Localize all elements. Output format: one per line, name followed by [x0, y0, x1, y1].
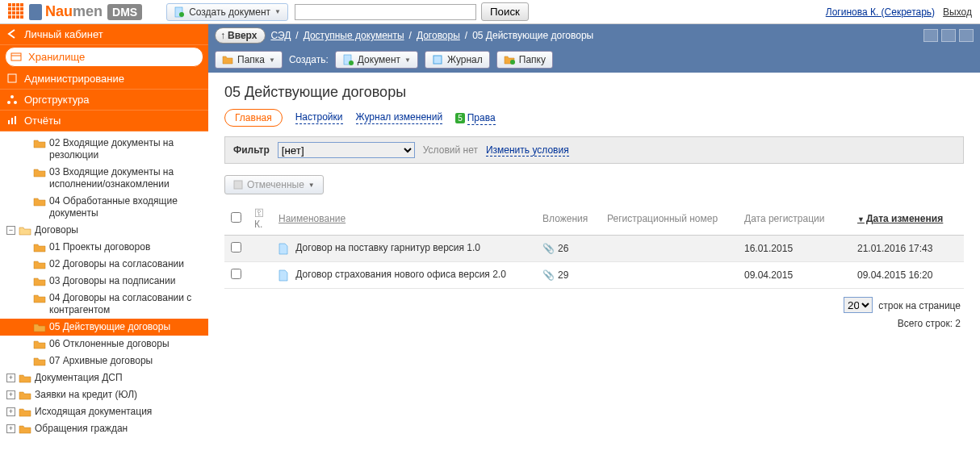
nav-reports[interactable]: Отчёты: [0, 111, 208, 131]
col-regnum[interactable]: Регистрационный номер: [607, 213, 718, 224]
document-icon: [279, 243, 288, 255]
barcode-icon[interactable]: [923, 29, 938, 42]
nav-personal-label: Личный кабинет: [24, 28, 103, 40]
table-row[interactable]: Договор страхования нового офиса версия …: [224, 262, 964, 289]
tab-main[interactable]: Главная: [224, 109, 283, 127]
tree-item[interactable]: 07 Архивные договоры: [0, 353, 208, 369]
folder-icon: [33, 242, 46, 253]
row-name: Договор на поставку гарнитур версия 1.0: [295, 242, 480, 253]
star-icon[interactable]: [941, 29, 956, 42]
tree-expander[interactable]: +: [6, 390, 15, 399]
nav-org[interactable]: Оргструктура: [0, 90, 208, 111]
filter-bar: Фильтр [нет] Условий нет Изменить услови…: [224, 136, 964, 164]
create-journal-button[interactable]: Журнал: [425, 51, 490, 69]
tab-log[interactable]: Журнал изменений: [356, 111, 443, 124]
logo-grid-icon: [8, 3, 26, 21]
folder-menu-button[interactable]: Папка ▼: [215, 51, 283, 69]
up-button[interactable]: ↑ Вверх: [215, 27, 266, 44]
tree-expander[interactable]: +: [6, 374, 15, 382]
folder-icon: [33, 356, 46, 366]
rows-per-page-select[interactable]: 20: [844, 297, 873, 313]
tree-item-contracts[interactable]: − Договоры: [0, 222, 208, 239]
create-document-button[interactable]: Документ ▼: [335, 51, 418, 69]
create-folder-button[interactable]: Папку: [496, 51, 553, 69]
folder-icon: [19, 390, 31, 400]
tree-item[interactable]: + Документация ДСП: [0, 369, 208, 386]
select-all-checkbox[interactable]: [231, 212, 241, 223]
tree-expander[interactable]: +: [6, 424, 15, 433]
tree-item[interactable]: 04 Обработанные входящие документы: [0, 193, 208, 222]
tree-item[interactable]: 01 Проекты договоров: [0, 239, 208, 256]
flag-icon[interactable]: [959, 29, 974, 42]
col-attach[interactable]: Вложения: [542, 213, 588, 224]
crumb-current: 05 Действующие договоры: [472, 30, 593, 41]
tree-label: 07 Архивные договоры: [49, 355, 153, 367]
tree-item-selected[interactable]: 05 Действующие договоры: [0, 319, 208, 336]
tree-label: Обращения граждан: [35, 423, 128, 435]
tree-item[interactable]: + Исходящая документация: [0, 403, 208, 420]
marked-button[interactable]: Отмеченные ▼: [224, 175, 324, 194]
folder-tree[interactable]: 02 Входящие документы на резолюции 03 Вх…: [0, 131, 208, 455]
table-row[interactable]: Договор на поставку гарнитур версия 1.0 …: [224, 236, 964, 262]
row-checkbox[interactable]: [231, 269, 241, 279]
tree-item[interactable]: 02 Входящие документы на резолюции: [0, 135, 208, 164]
col-regdate[interactable]: Дата регистрации: [744, 213, 824, 224]
create-label: Создать:: [289, 54, 329, 65]
logo[interactable]: Naumen DMS: [8, 3, 142, 21]
sidebar: Личный кабинет Хранилище Администрирован…: [0, 24, 208, 455]
col-name[interactable]: Наименование: [279, 213, 346, 224]
col-moddate[interactable]: Дата изменения: [866, 213, 943, 224]
tab-rights[interactable]: 5Права: [455, 112, 495, 123]
tree-item[interactable]: 03 Входящие документы на исполнении/озна…: [0, 164, 208, 193]
crumb-root[interactable]: СЭД: [270, 30, 291, 41]
crumb-contracts[interactable]: Договоры: [417, 30, 460, 41]
svg-point-14: [510, 60, 515, 65]
search-button[interactable]: Поиск: [481, 2, 529, 21]
inner-content: 05 Действующие договоры Главная Настройк…: [208, 73, 980, 349]
doc-plus-icon: [342, 54, 354, 65]
tree-label: 02 Входящие документы на резолюции: [49, 137, 205, 161]
row-checkbox[interactable]: [231, 242, 241, 253]
logout-link[interactable]: Выход: [943, 6, 972, 18]
col-k[interactable]: К.: [254, 219, 262, 230]
sort-desc-icon: ▼: [857, 215, 865, 223]
tab-settings[interactable]: Настройки: [295, 111, 343, 124]
row-regdate: 09.04.2015: [738, 262, 851, 289]
tree-item[interactable]: 02 Договоры на согласовании: [0, 256, 208, 273]
tree-item[interactable]: 04 Договоры на согласовании с контрагент…: [0, 290, 208, 319]
breadcrumb-bar: ↑ Вверх СЭД / Доступные документы / Дого…: [208, 24, 980, 47]
row-regdate: 16.01.2015: [738, 236, 851, 262]
search-input[interactable]: [295, 4, 476, 20]
create-journal-label: Журнал: [447, 54, 483, 65]
tree-expander[interactable]: −: [6, 226, 15, 235]
folder-icon: [19, 424, 31, 434]
tree-expander[interactable]: +: [6, 407, 15, 416]
tree-item[interactable]: + Заявки на кредит (ЮЛ): [0, 386, 208, 403]
nav-admin[interactable]: Администрирование: [0, 69, 208, 90]
folder-icon: [33, 259, 46, 269]
filter-no-conditions: Условий нет: [423, 144, 478, 156]
tab-rights-label: Права: [467, 112, 496, 125]
tree-label: 05 Действующие договоры: [49, 321, 170, 333]
tree-item[interactable]: 03 Договоры на подписании: [0, 273, 208, 290]
tree-item[interactable]: 06 Отклоненные договоры: [0, 336, 208, 353]
filter-change-link[interactable]: Изменить условия: [486, 144, 569, 157]
folder-icon: [33, 167, 46, 177]
pager: 20 строк на странице Всего строк: 2: [224, 289, 964, 337]
logo-doc-icon: [29, 4, 42, 20]
dropdown-icon: ▼: [404, 56, 411, 64]
tree-item[interactable]: + Обращения граждан: [0, 420, 208, 437]
top-right: Логинова К. (Секретарь) Выход: [826, 6, 972, 18]
create-document-button[interactable]: Создать документ ▼: [166, 3, 288, 21]
user-link[interactable]: Логинова К. (Секретарь): [826, 6, 935, 18]
tree-label: 04 Договоры на согласовании с контрагент…: [49, 292, 205, 316]
row-moddate: 21.01.2016 17:43: [851, 236, 964, 262]
row-attach: 26: [558, 243, 568, 254]
create-document-label: Создать документ: [189, 6, 270, 18]
top-bar: Naumen DMS Создать документ ▼ Поиск Логи…: [0, 0, 980, 24]
nav-storage[interactable]: Хранилище: [5, 47, 203, 67]
crumb-avail[interactable]: Доступные документы: [304, 30, 404, 41]
filter-select[interactable]: [нет]: [278, 142, 415, 158]
journal-icon: [432, 54, 443, 65]
nav-personal[interactable]: Личный кабинет: [0, 24, 208, 45]
